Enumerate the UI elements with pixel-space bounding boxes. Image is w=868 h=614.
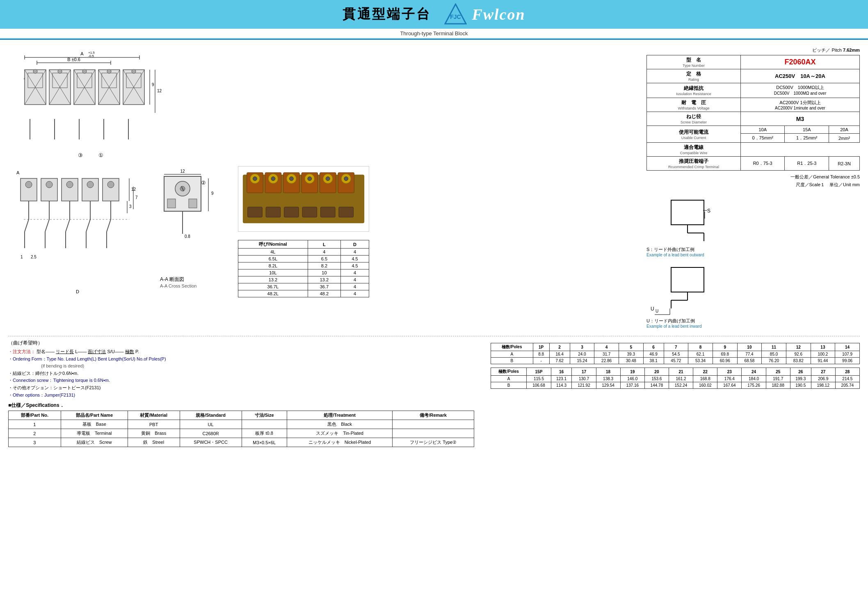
u-example: U U U：リード内曲げ加工例 Example of a lead bent i… [646, 263, 860, 329]
svg-point-118 [326, 177, 330, 181]
insulation-value: DC500V 1000MΩ以上 DC500V 1000MΩ and over [740, 83, 859, 98]
svg-text:3: 3 [129, 204, 132, 209]
svg-text:FJC: FJC [450, 14, 461, 20]
poles2-row-a: A115.5123.1130.7138.3146.0153.6161.2168.… [491, 376, 860, 382]
svg-line-75 [107, 219, 111, 232]
svg-point-24 [58, 69, 62, 73]
svg-text:12: 12 [131, 187, 136, 192]
u-bent-drawing: U U [646, 263, 737, 317]
svg-line-55 [25, 219, 29, 232]
bottom-section: （曲げ希望時） ・注文方法： 型名—— リード長 L—— 面げ寸法 S/U—— … [0, 336, 868, 447]
col-remark: 備考/Remark [393, 411, 474, 420]
svg-text:①: ① [98, 152, 103, 158]
svg-text:12: 12 [180, 169, 185, 173]
col-standard: 規格/Standard [180, 411, 242, 420]
svg-text:A-A Cross Section: A-A Cross Section [160, 283, 196, 288]
wire-3: 2mm² [829, 134, 860, 143]
rating-value: AC250V 10A～20A [740, 69, 859, 83]
middle-drawings: A [8, 166, 638, 299]
col-material: 材質/Material [128, 411, 180, 420]
brand-logo: Fwlcon [472, 5, 525, 23]
svg-point-58 [46, 181, 53, 188]
svg-text:S: S [707, 208, 710, 214]
type-number-label: 型 名 Type Number [647, 55, 741, 69]
svg-text:B ±0.6: B ±0.6 [67, 57, 80, 62]
svg-text:A-A 断面図: A-A 断面図 [160, 276, 184, 282]
svg-text:0.8: 0.8 [185, 234, 190, 239]
poles-table-2: 極数/Poles15P16171819202122232425262728 A1… [491, 367, 860, 389]
s-desc-en: Example of a lead bent outward [646, 253, 860, 257]
s-example: S S：リード外曲げ加工例 Example of a lead bent out… [646, 196, 860, 257]
svg-text:②: ② [201, 180, 206, 186]
svg-rect-122 [248, 207, 263, 217]
poles2-header-label: 極数/Poles [491, 368, 527, 376]
parts-row: 3結線ビス Screw鉄 StreelSPWCH・SPCCM3×0.5×6Lニッ… [9, 438, 474, 447]
fjc-logo: FJC [444, 3, 467, 26]
svg-text:12: 12 [157, 89, 162, 93]
svg-rect-124 [284, 207, 299, 217]
poles1-row-b: B-7.6215.2422.8630.4838.145.7253.3460.96… [491, 358, 860, 364]
col-treatment: 処理/Treatment [287, 411, 393, 420]
poles1-header-label: 極数/Poles [491, 343, 533, 351]
tolerance-scale: 尺度／Scale１ 単位／Unit mm [646, 182, 860, 188]
nominal-table: 呼び/Nominal L D 4L446.5L6.54.58.2L8.24.51… [238, 240, 369, 297]
note1-sub: (if bending is desired) [41, 363, 474, 370]
note2-en: ・Connection screw：Tightening torque is 0… [8, 377, 474, 384]
page-title: 貫通型端子台 [343, 5, 431, 23]
wire-1: 0．75mm² [740, 134, 785, 143]
svg-rect-126 [320, 207, 335, 217]
poles2-row-b: B106.68114.3121.92129.54137.16144.78152.… [491, 382, 860, 389]
current-label: 使用可能電流 Usable Current [647, 126, 741, 143]
svg-text:U: U [651, 306, 654, 312]
note3-en: ・Other options：Jumper(F2131) [8, 392, 474, 399]
svg-text:A: A [16, 170, 20, 175]
ordering-notes: ・注文方法： 型名—— リード長 L—— 面げ寸法 S/U—— 極数 P. ・O… [8, 348, 474, 399]
svg-point-39 [132, 69, 136, 73]
svg-line-60 [45, 219, 49, 232]
svg-point-63 [66, 181, 73, 188]
poles-tables: 極数/Poles1P234567891011121314 A8.816.424.… [491, 340, 860, 447]
svg-rect-96 [167, 199, 176, 208]
withstands-value: AC2000V 1分間以上 AC2000V 1minute and over [740, 98, 859, 112]
note1-en: ・Ordering Form：Type No. Lead Length(L) B… [8, 356, 474, 363]
col-partno: 部番/Part No. [9, 411, 61, 420]
svg-point-53 [25, 181, 32, 188]
nominal-row: 10L104 [238, 269, 369, 276]
current-10a: 10A [740, 126, 785, 134]
svg-text:1: 1 [21, 255, 23, 259]
specs-label: ■仕様／Specifications． [8, 402, 474, 409]
crimp-3: R2-3N [829, 157, 860, 171]
wire-2: 1．25mm² [785, 134, 829, 143]
svg-point-106 [253, 177, 257, 181]
svg-point-19 [33, 69, 37, 73]
ordering-section: （曲げ希望時） ・注文方法： 型名—— リード長 L—— 面げ寸法 S/U—— … [8, 340, 474, 447]
parts-table: 部番/Part No. 部品名/Part Name 材質/Material 規格… [8, 411, 474, 447]
rating-label: 定 格 Rating [647, 69, 741, 83]
withstands-label: 耐 電 圧 Withstands Voltage [647, 98, 741, 112]
nominal-row: 48.2L48.24 [238, 290, 369, 297]
spec-table: 型 名 Type Number F2060AX 定 格 Rating AC250… [646, 55, 860, 171]
side-drawing: A [8, 166, 139, 297]
svg-point-34 [107, 69, 111, 73]
col-partname: 部品名/Part Name [61, 411, 128, 420]
drawings-section: A +1.5 -0.5 B ±0.6 4.4 7.62 6.4 [0, 43, 646, 333]
u-desc-en: Example of a lead bent inward [646, 324, 860, 329]
top-section: A +1.5 -0.5 B ±0.6 4.4 7.62 6.4 [0, 43, 868, 333]
poles-table-1: 極数/Poles1P234567891011121314 A8.816.424.… [491, 343, 860, 364]
bottom-content: （曲げ希望時） ・注文方法： 型名—— リード長 L—— 面げ寸法 S/U—— … [8, 340, 860, 447]
svg-point-68 [87, 181, 94, 188]
cross-section-drawing: 12 9 0.8 [148, 166, 230, 297]
lead-examples: S S：リード外曲げ加工例 Example of a lead bent out… [646, 196, 860, 329]
svg-point-29 [82, 69, 87, 73]
svg-text:③: ③ [78, 152, 83, 158]
poles1-row-a: A8.816.424.031.739.346.954.562.169.877.4… [491, 351, 860, 358]
svg-text:9: 9 [152, 82, 154, 87]
svg-text:A: A [80, 51, 84, 56]
nominal-row: 36.7L36.74 [238, 283, 369, 290]
parts-row: 2導電板 Terminal黄銅 BrassC2680R板厚 t0.8スズメッキ … [9, 429, 474, 438]
svg-point-112 [289, 177, 293, 181]
svg-text:2.5: 2.5 [31, 255, 37, 259]
section-divider [8, 336, 860, 336]
nominal-header-name: 呼び/Nominal [238, 240, 308, 249]
svg-text:D: D [76, 289, 79, 294]
